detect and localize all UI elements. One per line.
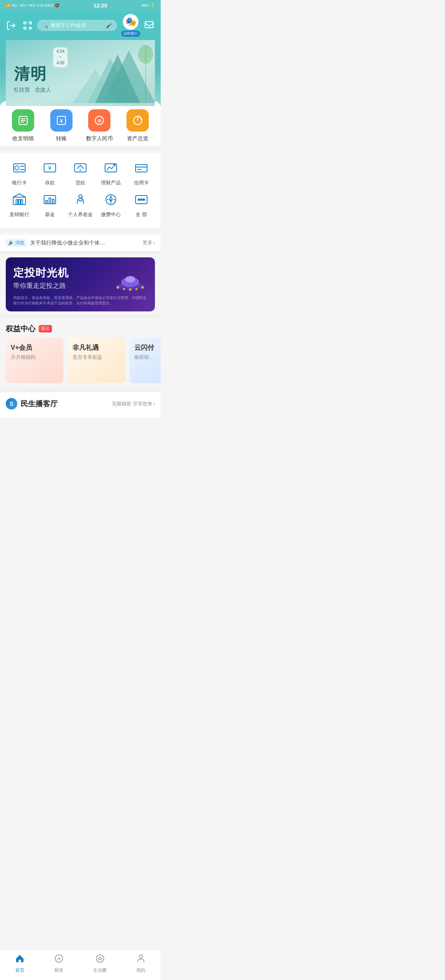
benefit-title-1: 非凡礼遇 (73, 344, 120, 352)
remote-bank-label: 远程银行 (121, 31, 140, 37)
quick-item-transfer[interactable]: ¥ 转账 (45, 109, 78, 142)
banner-date-end: 4.06 (56, 60, 64, 66)
signal-icon: 📶 (6, 3, 10, 7)
grid-label-fund: 基金 (45, 211, 55, 218)
banner-ad-visual (110, 261, 151, 299)
search-placeholder: 播客厅 | V+会员 (51, 22, 86, 29)
search-bar[interactable]: 🔍 播客厅 | V+会员 🎤 (37, 20, 117, 31)
svg-rect-39 (16, 200, 18, 205)
svg-rect-1 (24, 22, 26, 24)
benefits-badge: 新品 (39, 325, 52, 332)
grid-label-all: 全 部 (136, 211, 147, 218)
mic-icon: 🎤 (106, 23, 112, 28)
benefit-card-0[interactable]: V+会员 月月领福利 (6, 338, 63, 383)
financial-icon (102, 159, 120, 177)
section-header-benefits: 权益中心 新品 (0, 318, 161, 338)
notice-more[interactable]: 更多 › (143, 239, 155, 246)
volume-icon: 🔊 (8, 240, 14, 245)
transfer-icon: ¥ (50, 109, 73, 132)
banner-date-start: 4.04 (56, 49, 64, 54)
svg-point-51 (110, 200, 112, 201)
signal2-text: 4G+ (20, 3, 27, 7)
search-icon: 🔍 (42, 23, 48, 28)
divider-1 (0, 146, 161, 150)
svg-point-54 (141, 199, 142, 200)
banner-content: 清明 忆往昔 念故人 (14, 64, 51, 94)
grid-row-2: 直销银行 基金 ¥ (4, 191, 157, 218)
grid-item-financial[interactable]: 理财产品 (97, 159, 125, 186)
benefit-card-2[interactable]: 云闪付 银联联... (129, 338, 161, 383)
battery-icon: 🔋 (150, 3, 155, 7)
notice-bar[interactable]: 🔊 消息 关于我行降低小微企业和个体… 更多 › (0, 235, 161, 251)
minsheng-header: S 民生播客厅 无限精彩 尽等您来 › (6, 392, 155, 414)
speed-label: 0.30 KB/S (37, 3, 54, 7)
svg-text:¥: ¥ (48, 165, 52, 171)
minsheng-title: 民生播客厅 (21, 399, 58, 409)
minsheng-link[interactable]: 无限精彩 尽等您来 › (112, 400, 155, 408)
banner-subtitle1: 忆往昔 (14, 86, 30, 94)
banner-subtitle2: 念故人 (35, 86, 51, 94)
pension-icon: ¥ (71, 191, 89, 209)
svg-point-61 (129, 288, 131, 291)
grid-menu: 银行卡 ¥ 存款 ¥ 贷款 (0, 153, 161, 228)
svg-line-47 (78, 198, 80, 200)
hd-label: HD1 (28, 3, 36, 7)
fund-icon (41, 191, 59, 209)
svg-point-60 (123, 288, 125, 290)
quick-label-0: 收支明细 (12, 135, 34, 142)
direct-bank-icon (10, 191, 28, 209)
svg-rect-37 (13, 197, 26, 205)
grid-item-payment-center[interactable]: 缴费中心 (97, 191, 125, 218)
grid-item-credit-card[interactable]: 信用卡 (127, 159, 155, 186)
signal-text: 4G+ (12, 3, 19, 7)
grid-item-loan[interactable]: ¥ 贷款 (66, 159, 94, 186)
grid-item-pension[interactable]: ¥ 个人养老金 (66, 191, 94, 218)
grid-label-pension: 个人养老金 (68, 211, 93, 218)
status-bar-right: 49% 🔋 (141, 3, 155, 7)
svg-text:⊕: ⊕ (97, 118, 102, 124)
svg-point-58 (125, 276, 135, 283)
grid-label-direct-bank: 直销银行 (9, 211, 29, 218)
banner-mountain-decoration (73, 40, 155, 106)
banner-ad[interactable]: 定投时光机 带你重走定投之路 风险提示：基金有风险，投资需谨慎，产品由合作基金公… (6, 257, 155, 311)
assets-icon (126, 109, 149, 132)
banner-date: 4.04 ~ 4.06 (53, 47, 68, 67)
grid-label-loan: 贷款 (75, 179, 85, 186)
minsheng-logo: S (6, 398, 17, 410)
avatar: 🎭 (123, 14, 138, 30)
grid-item-all[interactable]: 全 部 (127, 191, 155, 218)
grid-item-direct-bank[interactable]: 直销银行 (5, 191, 33, 218)
divider-5 (0, 389, 161, 392)
quick-item-assets[interactable]: 资产总览 (121, 109, 154, 142)
benefit-sub-1: 贵宾专享权益 (73, 354, 120, 361)
minsheng-section: S 民生播客厅 无限精彩 尽等您来 › (0, 392, 161, 418)
payment-center-icon (102, 191, 120, 209)
divider-2 (0, 228, 161, 231)
grid-label-payment-center: 缴费中心 (101, 211, 121, 218)
benefit-card-1[interactable]: 非凡礼遇 贵宾专享权益 (68, 338, 125, 383)
benefits-section: 权益中心 新品 V+会员 月月领福利 非凡礼遇 贵宾专享权益 云闪付 银联联..… (0, 318, 161, 389)
app-header: 🔍 播客厅 | V+会员 🎤 🎭 远程银行 (0, 11, 161, 106)
mute-icon: 🔕 (55, 3, 59, 7)
svg-rect-3 (24, 27, 26, 29)
quick-item-digital-rmb[interactable]: ⊕ 数字人民币 (83, 109, 116, 142)
status-bar-left: 📶 4G+ 4G+ HD1 0.30 KB/S 🔕 (6, 3, 59, 7)
all-icon (132, 191, 150, 209)
svg-text:¥: ¥ (81, 196, 83, 200)
benefit-sub-0: 月月领福利 (11, 354, 59, 361)
scan-icon[interactable] (22, 20, 33, 31)
festival-banner: 清明 忆往昔 念故人 4.04 ~ 4.06 (6, 40, 155, 106)
svg-text:¥: ¥ (59, 118, 63, 124)
logout-icon[interactable] (6, 20, 16, 31)
header-left-icons (6, 20, 33, 31)
avatar-wrap[interactable]: 🎭 远程银行 (121, 14, 140, 37)
divider-4 (0, 315, 161, 318)
svg-rect-43 (46, 200, 47, 204)
message-icon[interactable] (143, 20, 155, 31)
grid-item-fund[interactable]: 基金 (36, 191, 64, 218)
quick-item-transaction[interactable]: 收支明细 (7, 109, 40, 142)
svg-point-55 (143, 199, 145, 200)
grid-item-bank-card[interactable]: 银行卡 (5, 159, 33, 186)
banner-date-sep: ~ (56, 54, 64, 60)
grid-item-deposit[interactable]: ¥ 存款 (36, 159, 64, 186)
